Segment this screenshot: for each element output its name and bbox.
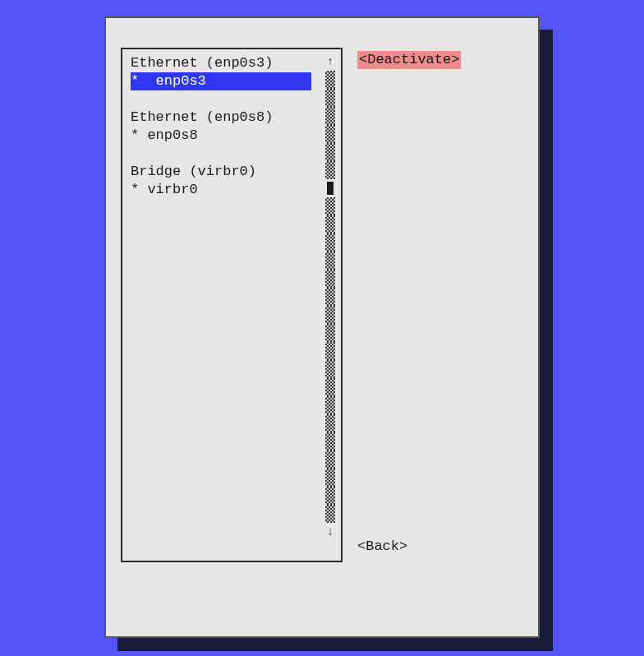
scroll-up-icon[interactable]: ↑ — [327, 53, 334, 71]
scroll-track-segment[interactable] — [325, 378, 335, 396]
scroll-track-segment[interactable] — [325, 233, 335, 252]
scroll-down-icon[interactable]: ↓ — [327, 523, 334, 541]
scroll-track-segment[interactable] — [325, 414, 335, 432]
scroll-track-segment[interactable] — [325, 324, 335, 342]
item-prefix: * — [131, 182, 147, 197]
dialog-container: Ethernet (enp0s3) * enp0s3 Ethernet (enp… — [104, 16, 540, 638]
connection-list-content: Ethernet (enp0s3) * enp0s3 Ethernet (enp… — [131, 54, 336, 556]
scrollbar[interactable]: ↑ — [324, 53, 336, 541]
scroll-track-segment[interactable] — [325, 306, 335, 324]
scroll-track-segment[interactable] — [325, 197, 335, 215]
list-header[interactable]: Ethernet (enp0s3) — [131, 54, 336, 72]
scroll-track-segment[interactable] — [325, 360, 335, 378]
dialog-body: Ethernet (enp0s3) * enp0s3 Ethernet (enp… — [121, 48, 523, 621]
scroll-track-segment[interactable] — [325, 71, 335, 89]
scroll-track-segment[interactable] — [325, 270, 335, 288]
scroll-track-segment[interactable] — [325, 450, 335, 469]
item-name: enp0s3 — [156, 73, 206, 89]
scroll-track-segment[interactable] — [325, 432, 335, 450]
scroll-track-segment[interactable] — [325, 252, 335, 270]
scroll-track-segment[interactable] — [325, 143, 335, 161]
scroll-track-segment[interactable] — [325, 107, 335, 125]
list-header[interactable]: Bridge (virbr0) — [131, 163, 336, 181]
scroll-track-segment[interactable] — [325, 161, 335, 179]
item-prefix: * — [131, 73, 147, 89]
scroll-track-segment[interactable] — [325, 505, 335, 523]
scroll-track-segment[interactable] — [325, 487, 335, 505]
scroll-track-segment[interactable] — [325, 396, 335, 414]
scroll-track-segment[interactable] — [325, 288, 335, 306]
item-name: enp0s8 — [147, 127, 197, 143]
scroll-track-segment[interactable] — [325, 469, 335, 487]
action-column: <Deactivate> <Back> — [357, 48, 523, 621]
spacer — [131, 145, 336, 163]
item-name: virbr0 — [147, 182, 197, 197]
list-item-selected[interactable]: * enp0s3 — [131, 72, 311, 90]
scroll-track-segment[interactable] — [325, 125, 335, 143]
scroll-track-segment[interactable] — [325, 342, 335, 360]
scroll-thumb[interactable] — [327, 182, 334, 195]
spacer — [131, 90, 336, 109]
back-button[interactable]: <Back> — [357, 538, 407, 556]
dialog: Ethernet (enp0s3) * enp0s3 Ethernet (enp… — [104, 16, 540, 638]
scroll-track-segment[interactable] — [325, 215, 335, 233]
list-item[interactable]: * enp0s8 — [131, 127, 336, 145]
scroll-track-segment[interactable] — [325, 89, 335, 107]
list-header[interactable]: Ethernet (enp0s8) — [131, 109, 336, 127]
list-item[interactable]: * virbr0 — [131, 181, 336, 199]
connection-list[interactable]: Ethernet (enp0s3) * enp0s3 Ethernet (enp… — [121, 48, 343, 562]
item-prefix: * — [131, 127, 147, 143]
deactivate-button[interactable]: <Deactivate> — [357, 51, 461, 69]
